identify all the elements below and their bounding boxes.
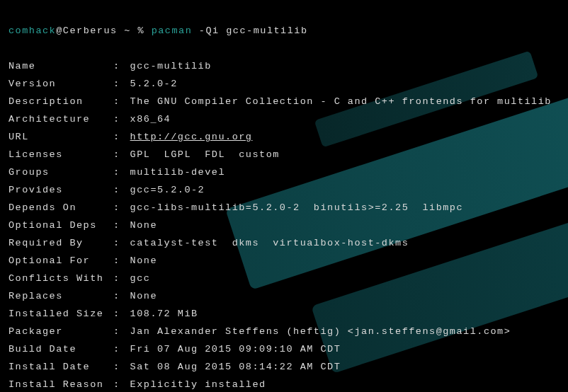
prompt-host: Cerberus <box>63 25 118 36</box>
field-separator: : <box>113 199 123 217</box>
info-row: Replaces: None <box>8 287 561 305</box>
command-args: -Qi gcc-multilib <box>192 25 307 36</box>
info-row: Install Reason: Explicitly installed <box>8 376 561 392</box>
field-separator: : <box>113 128 123 146</box>
info-row: Optional Deps: None <box>8 217 561 234</box>
field-separator: : <box>113 146 123 163</box>
field-separator: : <box>113 323 123 340</box>
field-value: catalyst-test dkms virtualbox-host-dkms <box>130 238 409 248</box>
field-value: 108.72 MiB <box>130 309 198 319</box>
info-row: Name: gcc-multilib <box>8 57 561 75</box>
field-separator: : <box>113 270 123 287</box>
info-row: Conflicts With: gcc <box>8 270 561 287</box>
prompt-line[interactable]: comhack@Cerberus ~ % pacman -Qi gcc-mult… <box>8 22 561 40</box>
field-label: Provides <box>8 181 113 199</box>
command-name: pacman <box>152 25 193 36</box>
field-value: GPL LGPL FDL custom <box>130 149 280 160</box>
info-row: Description: The GNU Compiler Collection… <box>8 93 561 110</box>
field-label: Optional For <box>8 252 113 270</box>
field-label: Architecture <box>8 110 113 128</box>
field-value: None <box>130 291 157 301</box>
field-label: Install Date <box>8 358 113 376</box>
field-value: gcc-multilib <box>130 61 212 71</box>
info-row: Installed Size: 108.72 MiB <box>8 305 561 323</box>
field-separator: : <box>113 163 123 181</box>
field-value-url[interactable]: http://gcc.gnu.org <box>130 132 253 142</box>
field-separator: : <box>113 93 123 110</box>
field-label: Conflicts With <box>8 270 113 287</box>
field-separator: : <box>113 57 123 75</box>
field-value: gcc=5.2.0-2 <box>130 185 205 195</box>
field-value: None <box>130 220 157 231</box>
field-label: Installed Size <box>8 305 113 323</box>
field-label: Build Date <box>8 340 113 358</box>
field-separator: : <box>113 217 123 234</box>
info-row: Groups: multilib-devel <box>8 163 561 181</box>
field-separator: : <box>113 376 123 392</box>
info-row: URL: http://gcc.gnu.org <box>8 128 561 146</box>
field-separator: : <box>113 340 123 358</box>
info-row: Install Date: Sat 08 Aug 2015 08:14:22 A… <box>8 358 561 376</box>
field-label: Version <box>8 75 113 93</box>
field-separator: : <box>113 110 123 128</box>
field-label: Packager <box>8 323 113 340</box>
field-label: Name <box>8 57 113 75</box>
terminal-output: comhack@Cerberus ~ % pacman -Qi gcc-mult… <box>0 0 568 392</box>
field-label: Depends On <box>8 199 113 217</box>
info-row: Provides: gcc=5.2.0-2 <box>8 181 561 199</box>
field-separator: : <box>113 234 123 252</box>
info-row: Architecture: x86_64 <box>8 110 561 128</box>
field-label: Licenses <box>8 146 113 163</box>
info-row: Version: 5.2.0-2 <box>8 75 561 93</box>
field-separator: : <box>113 252 123 270</box>
field-label: URL <box>8 128 113 146</box>
field-separator: : <box>113 75 123 93</box>
field-value: x86_64 <box>130 114 171 125</box>
prompt-sep: ~ % <box>118 25 152 36</box>
field-value: The GNU Compiler Collection - C and C++ … <box>130 96 552 107</box>
field-separator: : <box>113 287 123 305</box>
field-label: Description <box>8 93 113 110</box>
field-label: Replaces <box>8 287 113 305</box>
info-row: Packager: Jan Alexander Steffens (heftig… <box>8 323 561 340</box>
field-value: multilib-devel <box>130 167 225 178</box>
info-row: Depends On: gcc-libs-multilib=5.2.0-2 bi… <box>8 199 561 217</box>
field-label: Optional Deps <box>8 217 113 234</box>
info-row: Build Date: Fri 07 Aug 2015 09:09:10 AM … <box>8 340 561 358</box>
field-separator: : <box>113 358 123 376</box>
field-value: Sat 08 Aug 2015 08:14:22 AM CDT <box>130 362 341 372</box>
field-value: None <box>130 255 157 266</box>
info-row: Required By: catalyst-test dkms virtualb… <box>8 234 561 252</box>
field-value: 5.2.0-2 <box>130 79 178 89</box>
field-value: gcc-libs-multilib=5.2.0-2 binutils>=2.25… <box>130 202 463 213</box>
field-separator: : <box>113 305 123 323</box>
field-label: Required By <box>8 234 113 252</box>
field-value: Explicitly installed <box>130 379 266 390</box>
field-value: Jan Alexander Steffens (heftig) <jan.ste… <box>130 326 511 337</box>
field-value: Fri 07 Aug 2015 09:09:10 AM CDT <box>130 344 341 354</box>
field-separator: : <box>113 181 123 199</box>
field-label: Install Reason <box>8 376 113 392</box>
field-label: Groups <box>8 163 113 181</box>
info-row: Optional For: None <box>8 252 561 270</box>
prompt-at: @ <box>56 25 63 36</box>
prompt-user: comhack <box>8 25 56 36</box>
info-row: Licenses: GPL LGPL FDL custom <box>8 146 561 163</box>
field-value: gcc <box>130 273 151 284</box>
